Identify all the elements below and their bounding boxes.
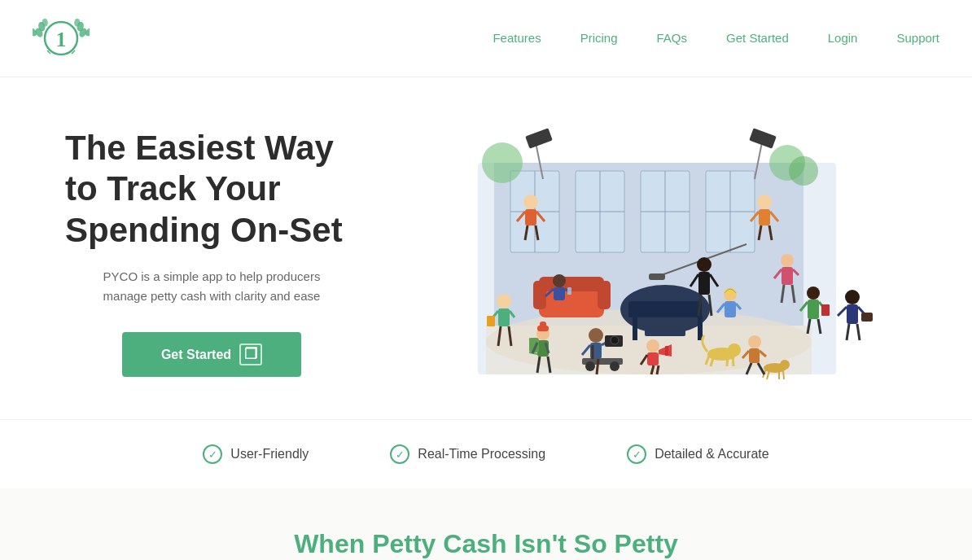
- svg-rect-55: [759, 209, 770, 225]
- section2: When Petty Cash Isn't So Petty Film sets…: [0, 488, 972, 560]
- hero-illustration: [374, 106, 923, 399]
- svg-rect-45: [749, 128, 777, 148]
- svg-rect-35: [633, 316, 637, 340]
- hero-cta-button[interactable]: Get Started ❐: [122, 332, 301, 377]
- svg-point-106: [845, 290, 860, 304]
- svg-point-78: [553, 274, 566, 287]
- svg-rect-47: [649, 273, 665, 280]
- check-symbol-3: ✓: [633, 448, 641, 461]
- svg-line-124: [783, 370, 784, 379]
- nav-item-features[interactable]: Features: [493, 31, 541, 46]
- svg-rect-100: [808, 300, 819, 319]
- svg-rect-103: [821, 304, 830, 316]
- nav-item-pricing[interactable]: Pricing: [580, 31, 618, 46]
- svg-point-89: [697, 257, 711, 272]
- hero-text: The Easiest Way to Track Your Spending O…: [65, 128, 374, 378]
- check-symbol-2: ✓: [396, 448, 405, 461]
- svg-rect-82: [567, 287, 571, 295]
- feature-label-detailed: Detailed & Accurate: [655, 447, 769, 462]
- svg-rect-143: [782, 267, 793, 285]
- svg-point-99: [807, 287, 820, 300]
- nav-link-faqs[interactable]: FAQs: [657, 31, 688, 45]
- svg-point-120: [780, 360, 790, 370]
- svg-rect-90: [698, 272, 710, 295]
- check-symbol: ✓: [208, 448, 217, 461]
- site-logo[interactable]: 1: [33, 10, 90, 67]
- svg-rect-64: [487, 316, 495, 326]
- svg-line-118: [733, 355, 733, 366]
- svg-point-72: [611, 336, 619, 344]
- svg-rect-36: [698, 316, 703, 340]
- svg-point-48: [523, 195, 538, 209]
- svg-line-77: [597, 359, 598, 374]
- svg-point-142: [781, 254, 794, 267]
- svg-rect-37: [645, 330, 685, 336]
- svg-line-112: [857, 324, 860, 340]
- section2-title: When Petty Cash Isn't So Petty: [33, 529, 939, 559]
- nav-links: Features Pricing FAQs Get Started Login …: [493, 31, 939, 46]
- svg-rect-85: [665, 346, 668, 356]
- svg-line-87: [657, 365, 659, 374]
- nav-link-login[interactable]: Login: [828, 31, 858, 45]
- svg-rect-34: [628, 301, 702, 317]
- svg-point-28: [482, 142, 523, 183]
- svg-point-67: [589, 328, 603, 343]
- svg-rect-49: [525, 209, 536, 225]
- svg-rect-61: [498, 308, 510, 326]
- features-bar: ✓ User-Friendly ✓ Real-Time Processing ✓…: [0, 419, 972, 488]
- feature-user-friendly: ✓ User-Friendly: [203, 444, 309, 464]
- check-icon-user-friendly: ✓: [203, 444, 222, 464]
- svg-rect-41: [598, 281, 611, 309]
- svg-point-114: [728, 343, 741, 357]
- svg-rect-79: [554, 287, 565, 300]
- svg-rect-126: [749, 348, 760, 363]
- hero-cta-label: Get Started: [161, 348, 231, 362]
- svg-point-30: [789, 156, 818, 186]
- svg-point-74: [585, 361, 595, 371]
- nav-item-faqs[interactable]: FAQs: [657, 31, 688, 46]
- hero-illustration-svg: [413, 114, 885, 391]
- nav-link-pricing[interactable]: Pricing: [580, 31, 618, 45]
- nav-link-features[interactable]: Features: [493, 31, 541, 45]
- svg-rect-96: [725, 301, 736, 317]
- svg-rect-133: [540, 322, 546, 327]
- check-icon-detailed: ✓: [627, 444, 646, 464]
- nav-item-support[interactable]: Support: [896, 31, 939, 46]
- svg-line-111: [847, 324, 849, 340]
- svg-point-83: [646, 339, 659, 352]
- svg-line-108: [838, 307, 847, 316]
- svg-point-125: [748, 335, 761, 348]
- feature-label-realtime: Real-Time Processing: [418, 447, 545, 462]
- nav-link-get-started[interactable]: Get Started: [726, 31, 789, 45]
- nav-item-login[interactable]: Login: [828, 31, 858, 46]
- feature-detailed: ✓ Detailed & Accurate: [627, 444, 769, 464]
- svg-point-75: [610, 361, 620, 371]
- svg-point-54: [757, 195, 772, 209]
- svg-text:1: 1: [56, 28, 67, 51]
- hero-title: The Easiest Way to Track Your Spending O…: [65, 128, 358, 251]
- hero-subtitle: PYCO is a simple app to help producers m…: [90, 267, 334, 306]
- feature-label-user-friendly: User-Friendly: [230, 447, 309, 462]
- svg-rect-40: [533, 281, 546, 309]
- nav-link-support[interactable]: Support: [896, 31, 939, 45]
- nav-item-get-started[interactable]: Get Started: [726, 31, 789, 46]
- hero-section: The Easiest Way to Track Your Spending O…: [0, 77, 972, 419]
- cta-arrow-icon: ❐: [239, 343, 262, 365]
- svg-rect-84: [647, 352, 659, 365]
- navbar: 1 Features Pricing FAQs Get Started Logi…: [0, 0, 972, 77]
- feature-realtime: ✓ Real-Time Processing: [390, 444, 545, 464]
- svg-point-60: [497, 294, 511, 308]
- svg-rect-110: [861, 313, 873, 322]
- svg-rect-107: [847, 304, 858, 324]
- svg-rect-43: [525, 128, 553, 148]
- check-icon-realtime: ✓: [390, 444, 409, 464]
- svg-line-117: [727, 355, 728, 366]
